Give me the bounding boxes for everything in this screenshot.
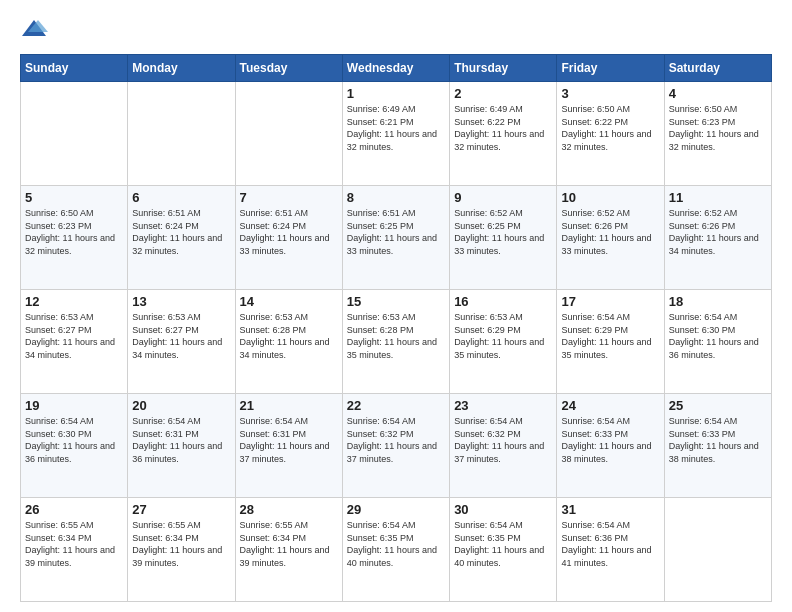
day-info: Sunrise: 6:51 AM Sunset: 6:24 PM Dayligh… [132, 207, 230, 257]
calendar-cell: 23Sunrise: 6:54 AM Sunset: 6:32 PM Dayli… [450, 394, 557, 498]
day-number: 28 [240, 502, 338, 517]
header-day-friday: Friday [557, 55, 664, 82]
calendar-cell: 2Sunrise: 6:49 AM Sunset: 6:22 PM Daylig… [450, 82, 557, 186]
week-row-2: 5Sunrise: 6:50 AM Sunset: 6:23 PM Daylig… [21, 186, 772, 290]
day-number: 14 [240, 294, 338, 309]
day-number: 19 [25, 398, 123, 413]
calendar-cell: 10Sunrise: 6:52 AM Sunset: 6:26 PM Dayli… [557, 186, 664, 290]
day-number: 10 [561, 190, 659, 205]
day-number: 17 [561, 294, 659, 309]
day-number: 7 [240, 190, 338, 205]
day-number: 9 [454, 190, 552, 205]
day-number: 1 [347, 86, 445, 101]
week-row-4: 19Sunrise: 6:54 AM Sunset: 6:30 PM Dayli… [21, 394, 772, 498]
day-info: Sunrise: 6:53 AM Sunset: 6:28 PM Dayligh… [347, 311, 445, 361]
calendar-cell: 13Sunrise: 6:53 AM Sunset: 6:27 PM Dayli… [128, 290, 235, 394]
calendar-cell: 8Sunrise: 6:51 AM Sunset: 6:25 PM Daylig… [342, 186, 449, 290]
header-day-saturday: Saturday [664, 55, 771, 82]
calendar-cell: 31Sunrise: 6:54 AM Sunset: 6:36 PM Dayli… [557, 498, 664, 602]
calendar-cell: 17Sunrise: 6:54 AM Sunset: 6:29 PM Dayli… [557, 290, 664, 394]
calendar-cell [664, 498, 771, 602]
day-info: Sunrise: 6:51 AM Sunset: 6:25 PM Dayligh… [347, 207, 445, 257]
week-row-3: 12Sunrise: 6:53 AM Sunset: 6:27 PM Dayli… [21, 290, 772, 394]
logo-icon [20, 16, 48, 44]
day-number: 20 [132, 398, 230, 413]
calendar-cell: 19Sunrise: 6:54 AM Sunset: 6:30 PM Dayli… [21, 394, 128, 498]
header-day-monday: Monday [128, 55, 235, 82]
day-info: Sunrise: 6:50 AM Sunset: 6:22 PM Dayligh… [561, 103, 659, 153]
calendar-cell: 22Sunrise: 6:54 AM Sunset: 6:32 PM Dayli… [342, 394, 449, 498]
day-number: 13 [132, 294, 230, 309]
header-day-tuesday: Tuesday [235, 55, 342, 82]
calendar-cell: 25Sunrise: 6:54 AM Sunset: 6:33 PM Dayli… [664, 394, 771, 498]
day-number: 16 [454, 294, 552, 309]
day-info: Sunrise: 6:54 AM Sunset: 6:30 PM Dayligh… [669, 311, 767, 361]
logo [20, 16, 52, 44]
day-info: Sunrise: 6:54 AM Sunset: 6:29 PM Dayligh… [561, 311, 659, 361]
day-number: 21 [240, 398, 338, 413]
day-info: Sunrise: 6:55 AM Sunset: 6:34 PM Dayligh… [132, 519, 230, 569]
day-info: Sunrise: 6:55 AM Sunset: 6:34 PM Dayligh… [240, 519, 338, 569]
calendar-cell: 4Sunrise: 6:50 AM Sunset: 6:23 PM Daylig… [664, 82, 771, 186]
day-number: 11 [669, 190, 767, 205]
day-info: Sunrise: 6:54 AM Sunset: 6:33 PM Dayligh… [669, 415, 767, 465]
calendar-cell: 11Sunrise: 6:52 AM Sunset: 6:26 PM Dayli… [664, 186, 771, 290]
calendar-cell [235, 82, 342, 186]
day-number: 25 [669, 398, 767, 413]
day-number: 6 [132, 190, 230, 205]
calendar-cell [128, 82, 235, 186]
day-info: Sunrise: 6:55 AM Sunset: 6:34 PM Dayligh… [25, 519, 123, 569]
day-number: 15 [347, 294, 445, 309]
calendar-cell: 14Sunrise: 6:53 AM Sunset: 6:28 PM Dayli… [235, 290, 342, 394]
calendar-table: SundayMondayTuesdayWednesdayThursdayFrid… [20, 54, 772, 602]
day-info: Sunrise: 6:54 AM Sunset: 6:32 PM Dayligh… [454, 415, 552, 465]
day-info: Sunrise: 6:50 AM Sunset: 6:23 PM Dayligh… [669, 103, 767, 153]
calendar-cell: 21Sunrise: 6:54 AM Sunset: 6:31 PM Dayli… [235, 394, 342, 498]
calendar-cell: 12Sunrise: 6:53 AM Sunset: 6:27 PM Dayli… [21, 290, 128, 394]
calendar-header-row: SundayMondayTuesdayWednesdayThursdayFrid… [21, 55, 772, 82]
day-number: 8 [347, 190, 445, 205]
calendar-cell: 30Sunrise: 6:54 AM Sunset: 6:35 PM Dayli… [450, 498, 557, 602]
header-day-sunday: Sunday [21, 55, 128, 82]
day-number: 22 [347, 398, 445, 413]
day-number: 31 [561, 502, 659, 517]
day-number: 27 [132, 502, 230, 517]
day-number: 4 [669, 86, 767, 101]
header-day-wednesday: Wednesday [342, 55, 449, 82]
day-info: Sunrise: 6:49 AM Sunset: 6:21 PM Dayligh… [347, 103, 445, 153]
day-number: 30 [454, 502, 552, 517]
calendar-cell: 26Sunrise: 6:55 AM Sunset: 6:34 PM Dayli… [21, 498, 128, 602]
calendar-cell: 28Sunrise: 6:55 AM Sunset: 6:34 PM Dayli… [235, 498, 342, 602]
day-number: 24 [561, 398, 659, 413]
day-number: 26 [25, 502, 123, 517]
day-info: Sunrise: 6:54 AM Sunset: 6:36 PM Dayligh… [561, 519, 659, 569]
header [20, 16, 772, 44]
calendar-cell: 5Sunrise: 6:50 AM Sunset: 6:23 PM Daylig… [21, 186, 128, 290]
day-number: 12 [25, 294, 123, 309]
week-row-5: 26Sunrise: 6:55 AM Sunset: 6:34 PM Dayli… [21, 498, 772, 602]
day-number: 2 [454, 86, 552, 101]
day-number: 29 [347, 502, 445, 517]
day-info: Sunrise: 6:54 AM Sunset: 6:30 PM Dayligh… [25, 415, 123, 465]
calendar-cell: 16Sunrise: 6:53 AM Sunset: 6:29 PM Dayli… [450, 290, 557, 394]
day-number: 18 [669, 294, 767, 309]
day-info: Sunrise: 6:54 AM Sunset: 6:31 PM Dayligh… [240, 415, 338, 465]
calendar-cell: 1Sunrise: 6:49 AM Sunset: 6:21 PM Daylig… [342, 82, 449, 186]
day-info: Sunrise: 6:52 AM Sunset: 6:26 PM Dayligh… [561, 207, 659, 257]
calendar-cell: 20Sunrise: 6:54 AM Sunset: 6:31 PM Dayli… [128, 394, 235, 498]
calendar-cell: 24Sunrise: 6:54 AM Sunset: 6:33 PM Dayli… [557, 394, 664, 498]
calendar-cell: 6Sunrise: 6:51 AM Sunset: 6:24 PM Daylig… [128, 186, 235, 290]
calendar-cell: 9Sunrise: 6:52 AM Sunset: 6:25 PM Daylig… [450, 186, 557, 290]
day-info: Sunrise: 6:54 AM Sunset: 6:31 PM Dayligh… [132, 415, 230, 465]
calendar-cell: 15Sunrise: 6:53 AM Sunset: 6:28 PM Dayli… [342, 290, 449, 394]
calendar-cell: 7Sunrise: 6:51 AM Sunset: 6:24 PM Daylig… [235, 186, 342, 290]
day-number: 5 [25, 190, 123, 205]
day-info: Sunrise: 6:53 AM Sunset: 6:27 PM Dayligh… [132, 311, 230, 361]
day-number: 3 [561, 86, 659, 101]
header-day-thursday: Thursday [450, 55, 557, 82]
day-info: Sunrise: 6:50 AM Sunset: 6:23 PM Dayligh… [25, 207, 123, 257]
day-info: Sunrise: 6:51 AM Sunset: 6:24 PM Dayligh… [240, 207, 338, 257]
day-info: Sunrise: 6:53 AM Sunset: 6:29 PM Dayligh… [454, 311, 552, 361]
calendar-cell [21, 82, 128, 186]
calendar-cell: 18Sunrise: 6:54 AM Sunset: 6:30 PM Dayli… [664, 290, 771, 394]
